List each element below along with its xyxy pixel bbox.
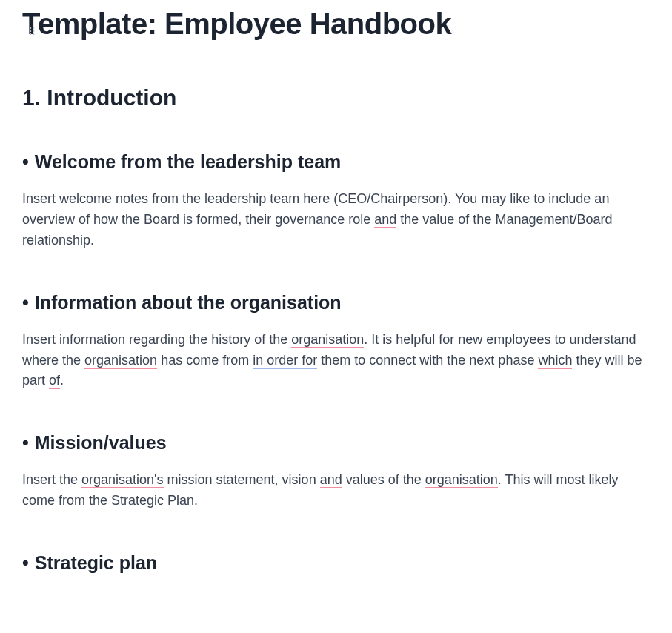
subsection-heading-mission[interactable]: Mission/values: [35, 432, 167, 454]
bullet-icon: •: [22, 153, 29, 171]
bullet-icon: •: [22, 434, 29, 452]
subsection-body-welcome[interactable]: Insert welcome notes from the leadership…: [22, 189, 650, 251]
subsection-body-mission[interactable]: Insert the organisation's mission statem…: [22, 470, 650, 511]
subsection-heading-row[interactable]: • Welcome from the leadership team: [22, 151, 650, 189]
spellcheck-underline[interactable]: and: [374, 212, 396, 228]
bullet-icon: •: [22, 554, 29, 572]
title-block[interactable]: ⠿ Template: Employee Handbook: [22, 7, 650, 41]
subsection-body-info[interactable]: Insert information regarding the history…: [22, 330, 650, 392]
spellcheck-underline[interactable]: and: [320, 472, 342, 488]
bullet-icon: •: [22, 294, 29, 312]
subsection-heading-welcome[interactable]: Welcome from the leadership team: [35, 151, 342, 173]
spellcheck-underline[interactable]: which: [538, 353, 572, 369]
spellcheck-underline[interactable]: organisation: [84, 353, 157, 369]
drag-handle-icon[interactable]: ⠿: [28, 28, 36, 36]
spellcheck-underline[interactable]: organisation: [425, 472, 498, 488]
grammar-underline[interactable]: in order for: [253, 353, 317, 369]
subsection-heading-info[interactable]: Information about the organisation: [35, 292, 342, 314]
subsection-heading-row[interactable]: • Strategic plan: [22, 552, 650, 590]
subsection-heading-row[interactable]: • Mission/values: [22, 432, 650, 470]
document-page: ⠿ Template: Employee Handbook 1. Introdu…: [0, 0, 672, 612]
spellcheck-underline[interactable]: of: [49, 373, 60, 389]
subsection-heading-row[interactable]: • Information about the organisation: [22, 292, 650, 330]
page-title[interactable]: Template: Employee Handbook: [22, 7, 650, 41]
subsection-heading-strategic[interactable]: Strategic plan: [35, 552, 157, 574]
spellcheck-underline[interactable]: organisation: [291, 332, 364, 348]
section-heading-introduction[interactable]: 1. Introduction: [22, 85, 650, 110]
spellcheck-underline[interactable]: organisation's: [81, 472, 164, 488]
